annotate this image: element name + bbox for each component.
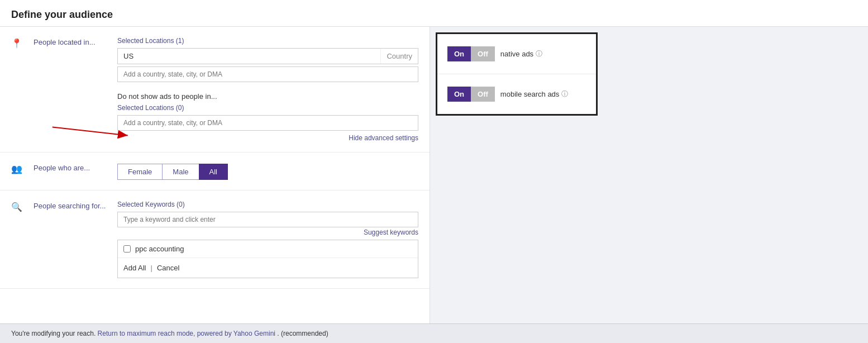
do-not-show-count: (0) xyxy=(176,104,184,112)
people-who-are-content: Female Male All xyxy=(117,163,418,180)
people-searching-content: Selected Keywords (0) Suggest keywords p… xyxy=(117,201,418,278)
footer-suffix: . (recommended) xyxy=(277,330,328,337)
do-not-show-label-text: Selected Locations xyxy=(117,104,174,112)
suggest-keywords-link[interactable]: Suggest keywords xyxy=(117,228,418,236)
actions-separator: | xyxy=(150,264,152,272)
location-input[interactable] xyxy=(117,66,418,82)
footer-link[interactable]: Return to maximum reach mode, powered by… xyxy=(98,330,275,337)
location-row: US Country xyxy=(117,48,418,64)
page-wrapper: Define your audience 📍 People located in… xyxy=(0,0,868,343)
search-icon: 🔍 xyxy=(11,202,22,212)
mobile-search-ads-toggle-group: On Off xyxy=(447,87,495,102)
keyword-input[interactable] xyxy=(117,212,418,227)
native-ads-toggle-group: On Off xyxy=(447,46,495,61)
gender-all-button[interactable]: All xyxy=(199,164,228,180)
do-not-show-location-input[interactable] xyxy=(117,115,418,131)
main-content: 📍 People located in... Selected Location… xyxy=(0,27,868,328)
add-all-button[interactable]: Add All xyxy=(123,264,146,272)
people-who-are-label: People who are... xyxy=(34,163,106,172)
people-icon: 👥 xyxy=(11,164,22,174)
native-ads-description: native ads xyxy=(500,50,533,58)
gender-male-button[interactable]: Male xyxy=(162,164,198,180)
footer-bar: You're modifying your reach. Return to m… xyxy=(0,323,868,343)
section-people-searching: 🔍 People searching for... Selected Keywo… xyxy=(0,190,430,289)
selected-locations-count: (1) xyxy=(176,37,184,45)
mobile-search-ads-off-button[interactable]: Off xyxy=(471,87,495,102)
keyword-suggestion-text: ppc accounting xyxy=(135,245,184,253)
keyword-item: ppc accounting xyxy=(118,240,418,258)
gender-female-button[interactable]: Female xyxy=(117,164,162,180)
hide-advanced-link[interactable]: Hide advanced settings xyxy=(117,134,418,142)
mobile-search-ads-info-icon[interactable]: ⓘ xyxy=(561,89,568,99)
people-searching-label: People searching for... xyxy=(34,201,106,210)
cancel-button[interactable]: Cancel xyxy=(157,264,179,272)
selected-keywords-count: (0) xyxy=(177,201,185,208)
location-icon: 📍 xyxy=(11,38,22,49)
section-located-in: 📍 People located in... Selected Location… xyxy=(0,27,430,153)
located-in-label: People located in... xyxy=(34,37,106,46)
keyword-actions: Add All | Cancel xyxy=(118,258,418,278)
section-people-who-are: 👥 People who are... Female Male All xyxy=(0,153,430,190)
selected-locations-label: Selected Locations (1) xyxy=(117,37,418,45)
do-not-show-locations-label: Selected Locations (0) xyxy=(117,104,418,112)
overlay-box: On Off native ads ⓘ On Off mobile xyxy=(436,32,598,116)
location-value: US xyxy=(118,49,380,64)
svg-line-1 xyxy=(53,127,128,136)
mobile-search-ads-label: mobile search ads ⓘ xyxy=(500,89,569,99)
footer-static-text: You're modifying your reach. xyxy=(11,330,96,337)
native-ads-row: On Off native ads ⓘ xyxy=(437,34,596,74)
mobile-search-ads-description: mobile search ads xyxy=(500,90,560,98)
native-ads-off-button[interactable]: Off xyxy=(471,46,495,61)
keyword-dropdown: ppc accounting Add All | Cancel xyxy=(117,240,418,278)
page-title: Define your audience xyxy=(0,0,868,27)
native-ads-info-icon[interactable]: ⓘ xyxy=(536,49,542,59)
keyword-checkbox[interactable] xyxy=(123,245,131,253)
selected-keywords-text: Selected Keywords xyxy=(117,201,175,208)
selected-keywords-label: Selected Keywords (0) xyxy=(117,201,418,208)
native-ads-on-button[interactable]: On xyxy=(447,46,471,61)
right-panel: On Off native ads ⓘ On Off mobile xyxy=(430,27,868,328)
left-panel: 📍 People located in... Selected Location… xyxy=(0,27,430,328)
do-not-show-section: Do not show ads to people in... Selected… xyxy=(117,92,418,142)
mobile-search-ads-on-button[interactable]: On xyxy=(447,87,471,102)
native-ads-label: native ads ⓘ xyxy=(500,49,542,59)
location-type: Country xyxy=(380,49,418,64)
mobile-search-ads-row: On Off mobile search ads ⓘ xyxy=(437,74,596,114)
selected-locations-text: Selected Locations xyxy=(117,37,174,45)
gender-buttons: Female Male All xyxy=(117,164,418,180)
located-in-content: Selected Locations (1) US Country Do not… xyxy=(117,37,418,142)
do-not-show-title: Do not show ads to people in... xyxy=(117,92,418,101)
